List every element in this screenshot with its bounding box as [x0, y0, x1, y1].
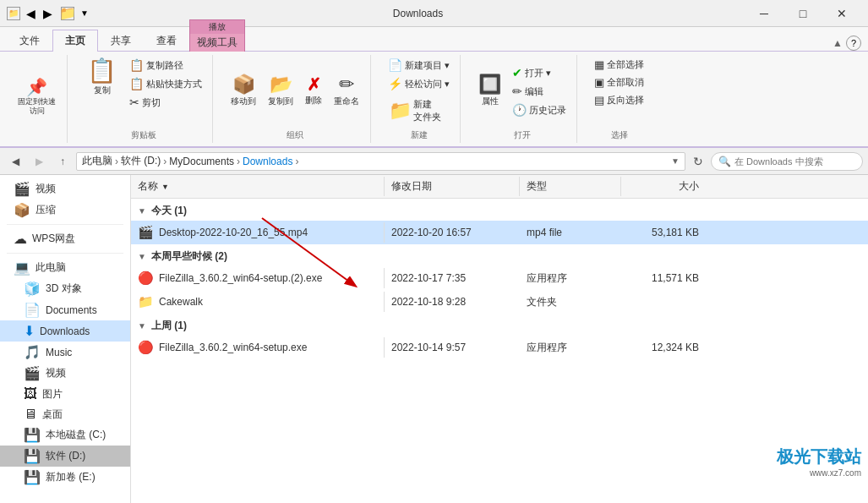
copy-path-btn[interactable]: 📋 复制路径: [126, 57, 205, 74]
sidebar-item-pictures[interactable]: 🖼 图片: [0, 384, 130, 404]
rename-btn[interactable]: ✏ 重命名: [330, 73, 363, 110]
3dobjects-icon: 🧊: [24, 281, 41, 297]
sidebar-item-video[interactable]: 🎬 视频: [0, 178, 130, 200]
file-date-cw: 2022-10-18 9:28: [385, 293, 520, 310]
sidebar-item-thispc[interactable]: 💻 此电脑: [0, 257, 130, 278]
path-sep-3: ›: [237, 156, 240, 167]
up-button[interactable]: ↑: [52, 152, 73, 171]
properties-btn[interactable]: 🔲 属性: [474, 73, 505, 110]
sidebar-label-video: 视频: [35, 182, 56, 196]
select-content: ▦ 全部选择 ▣ 全部取消 ▤ 反向选择: [591, 57, 647, 126]
forward-button[interactable]: ▶: [29, 152, 49, 171]
file-row-cakewalk[interactable]: 📁 Cakewalk 2022-10-18 9:28 文件夹: [131, 290, 868, 314]
group-header-lastweek[interactable]: ▼ 上周 (1): [131, 314, 868, 336]
help-btn[interactable]: ?: [846, 36, 861, 51]
file-size-fz2: 11,571 KB: [621, 270, 706, 287]
move-to-btn[interactable]: 📦 移动到: [227, 73, 260, 110]
tab-file[interactable]: 文件: [7, 30, 52, 52]
minimize-button[interactable]: ─: [745, 0, 783, 27]
refresh-button[interactable]: ↻: [689, 152, 707, 171]
col-header-date[interactable]: 修改日期: [385, 177, 520, 196]
quick-access-2[interactable]: ▶: [41, 7, 54, 20]
path-dropdown-icon[interactable]: ▼: [671, 156, 680, 166]
sidebar-item-videos[interactable]: 🎬 视频: [0, 363, 130, 384]
sidebar-item-music[interactable]: 🎵 Music: [0, 342, 130, 363]
tab-share[interactable]: 共享: [98, 30, 144, 52]
sidebar-item-wps[interactable]: ☁ WPS网盘: [0, 228, 130, 249]
cdrive-icon: 💾: [24, 427, 41, 443]
ribbon-collapse-btn[interactable]: ▲: [833, 37, 843, 49]
exe2-file-icon: 🔴: [138, 271, 154, 286]
open-content: 🔲 属性 ✔ 打开 ▾ ✏ 编辑 🕐 历史记录: [474, 57, 570, 126]
file-type-cw: 文件夹: [520, 293, 621, 312]
file-list: 名称 ▼ 修改日期 类型 大小 ▼ 今天 (1) 🎬 Desktop-2022-…: [131, 175, 868, 503]
search-input[interactable]: [734, 156, 855, 167]
sidebar-item-ddrive[interactable]: 💾 软件 (D:): [0, 446, 130, 467]
edit-label: 编辑: [525, 85, 543, 98]
col-header-size[interactable]: 大小: [621, 177, 706, 196]
sidebar-item-downloads[interactable]: ⬇ Downloads: [0, 320, 130, 342]
clipboard-content: 📋 复制 📋 复制路径 📋 粘贴快捷方式 ✂ 剪切: [81, 57, 205, 126]
quick-access-1[interactable]: ◀: [24, 7, 37, 20]
group-header-today[interactable]: ▼ 今天 (1): [131, 199, 868, 221]
delete-btn[interactable]: ✗ 删除: [301, 74, 326, 109]
group-chevron-thisweek: ▼: [138, 252, 146, 261]
col-header-type[interactable]: 类型: [520, 177, 621, 196]
pin-to-quickaccess-btn[interactable]: 📌 固定到快速访问: [14, 76, 60, 118]
title-icon-down[interactable]: ▼: [78, 7, 91, 20]
new-folder-btn[interactable]: 📁 新建文件夹: [385, 96, 445, 126]
file-row-filezilla2[interactable]: 🔴 FileZilla_3.60.2_win64-setup.(2).exe 2…: [131, 266, 868, 290]
paste-btn[interactable]: 📋 复制: [81, 57, 123, 99]
easy-access-label: 轻松访问 ▾: [405, 78, 450, 90]
sidebar-item-3d[interactable]: 🧊 3D 对象: [0, 278, 130, 299]
sidebar: 🎬 视频 📦 压缩 ☁ WPS网盘 💻 此电脑 🧊 3D 对象 📄 Docume…: [0, 175, 131, 503]
file-row-filezilla[interactable]: 🔴 FileZilla_3.60.2_win64-setup.exe 2022-…: [131, 336, 868, 359]
ddrive-icon: 💾: [24, 448, 41, 464]
sidebar-label-ddrive: 软件 (D:): [46, 449, 85, 463]
history-icon: 🕐: [512, 103, 527, 117]
sidebar-item-edrive[interactable]: 💾 新加卷 (E:): [0, 467, 130, 488]
group-label-thisweek: 本周早些时候 (2): [151, 249, 227, 264]
edit-btn[interactable]: ✏ 编辑: [509, 83, 570, 100]
file-row-mp4[interactable]: 🎬 Desktop-2022-10-20_16_55.mp4 2022-10-2…: [131, 221, 868, 244]
sidebar-item-cdrive[interactable]: 💾 本地磁盘 (C:): [0, 424, 130, 446]
compress-icon: 📦: [14, 202, 30, 218]
select-all-icon: ▦: [594, 58, 604, 71]
paste-shortcut-btn[interactable]: 📋 粘贴快捷方式: [126, 75, 205, 92]
select-all-btn[interactable]: ▦ 全部选择: [591, 57, 647, 73]
invert-select-btn[interactable]: ▤ 反向选择: [591, 92, 647, 108]
sidebar-label-3d: 3D 对象: [46, 282, 82, 296]
tab-home[interactable]: 主页: [52, 30, 98, 52]
group-label-today: 今天 (1): [151, 204, 187, 218]
ribbon-content: 📌 固定到快速访问 📋 复制 📋 复制路径 📋: [0, 51, 868, 146]
sidebar-item-desktop[interactable]: 🖥 桌面: [0, 404, 130, 424]
cut-btn[interactable]: ✂ 剪切: [126, 94, 205, 111]
group-chevron-lastweek: ▼: [138, 321, 146, 331]
open-btn[interactable]: ✔ 打开 ▾: [509, 64, 570, 81]
copy-to-btn[interactable]: 📂 复制到: [264, 73, 298, 110]
sidebar-item-compress[interactable]: 📦 压缩: [0, 200, 130, 221]
file-size-cw: [621, 299, 706, 304]
group-header-thisweek[interactable]: ▼ 本周早些时候 (2): [131, 244, 868, 266]
file-name-fz2: FileZilla_3.60.2_win64-setup.(2).exe: [159, 272, 322, 284]
desktop-icon: 🖥: [24, 407, 37, 422]
address-path-box[interactable]: 此电脑 › 软件 (D:) › MyDocuments › Downloads …: [76, 152, 685, 171]
new-item-btn[interactable]: 📄 新建项目 ▾: [385, 57, 453, 74]
easy-access-btn[interactable]: ⚡ 轻松访问 ▾: [385, 75, 453, 92]
back-button[interactable]: ◀: [5, 152, 25, 171]
close-button[interactable]: ✕: [822, 0, 861, 27]
col-header-name[interactable]: 名称 ▼: [131, 177, 385, 196]
tab-view[interactable]: 查看: [144, 30, 189, 52]
delete-label: 删除: [305, 95, 322, 107]
search-box[interactable]: 🔍: [711, 152, 863, 171]
organize-group-label: 组织: [287, 128, 303, 141]
title-bar-icons: 📁 ◀ ▶ 📁 ▼: [7, 7, 91, 20]
copy-path-label: 复制路径: [146, 59, 183, 72]
maximize-button[interactable]: □: [783, 0, 822, 27]
sidebar-label-documents: Documents: [46, 304, 97, 316]
new-item-label: 新建项目 ▾: [405, 59, 450, 72]
history-btn[interactable]: 🕐 历史记录: [509, 101, 570, 118]
sidebar-item-documents[interactable]: 📄 Documents: [0, 299, 130, 320]
tab-video-tools[interactable]: 播放 视频工具: [189, 19, 245, 52]
select-none-btn[interactable]: ▣ 全部取消: [591, 74, 647, 90]
